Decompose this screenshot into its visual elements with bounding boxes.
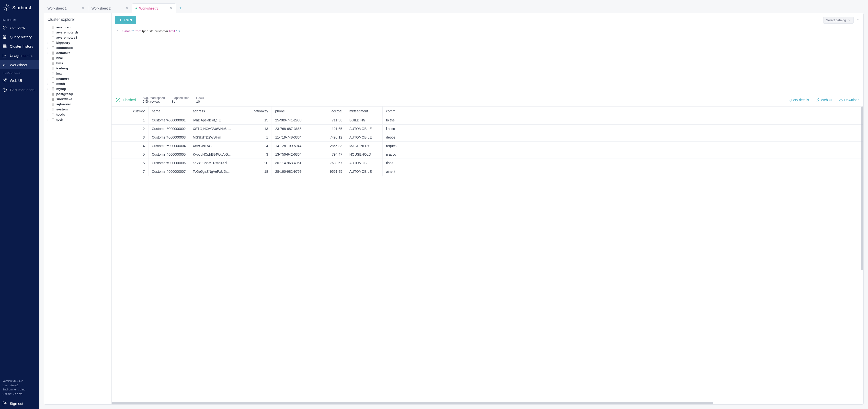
query-details-link[interactable]: Query details xyxy=(789,98,809,102)
table-row[interactable]: 7Customer#000000007TcGe5gaZNgVePxU5k…182… xyxy=(112,167,863,176)
catalog-system[interactable]: ›system xyxy=(48,107,108,112)
nav-documentation[interactable]: Documentation xyxy=(0,85,39,94)
catalog-awsremotes3[interactable]: ›awsremotes3 xyxy=(48,35,108,40)
status-state: Finished xyxy=(123,98,136,102)
catalog-awsremoterds[interactable]: ›awsremoterds xyxy=(48,30,108,35)
chevron-right-icon: › xyxy=(48,88,50,91)
sign-out-button[interactable]: Sign out xyxy=(0,398,39,409)
col-header-name[interactable]: name xyxy=(148,106,189,116)
catalog-snowflake[interactable]: ›snowflake xyxy=(48,97,108,102)
close-tab-button[interactable]: × xyxy=(126,6,128,10)
col-header-acctbal[interactable]: acctbal xyxy=(307,106,346,116)
table-row[interactable]: 4Customer#000000004XxVSJsLAGtn414-128-19… xyxy=(112,142,863,150)
tab-worksheet-2[interactable]: Worksheet 2× xyxy=(88,3,132,13)
catalog-jmx[interactable]: ›jmx xyxy=(48,71,108,76)
vertical-scrollbar[interactable] xyxy=(861,106,863,270)
col-header-nationkey[interactable]: nationkey xyxy=(235,106,272,116)
brand-logo: Starburst xyxy=(0,0,39,16)
catalog-hive[interactable]: ›hive xyxy=(48,56,108,61)
chevron-down-icon xyxy=(848,19,851,22)
col-header-custkey[interactable]: custkey xyxy=(112,106,148,116)
svg-point-10 xyxy=(3,35,6,36)
catalog-mysql[interactable]: ›mysql xyxy=(48,86,108,91)
run-button[interactable]: RUN xyxy=(115,16,136,24)
svg-point-18 xyxy=(52,41,54,42)
sql-editor[interactable]: 1 Select * from tpch.sf1.customer limit … xyxy=(112,27,863,93)
horizontal-scrollbar[interactable] xyxy=(112,402,713,404)
tabs-bar: Worksheet 1×Worksheet 2×Worksheet 3× + xyxy=(39,0,868,13)
catalog-deltalake[interactable]: ›deltalake xyxy=(48,50,108,56)
catalog-hms[interactable]: ›hms xyxy=(48,61,108,66)
nav-section-resources: RESOURCES xyxy=(0,69,39,76)
kebab-icon xyxy=(858,18,859,22)
more-menu-button[interactable] xyxy=(856,16,860,24)
svg-point-19 xyxy=(52,46,54,47)
nav-query-history[interactable]: Query history xyxy=(0,32,39,41)
nav-usage-metrics[interactable]: Usage metrics xyxy=(0,51,39,60)
stat-elapsed: Elapsed time8s xyxy=(172,96,189,103)
starburst-icon xyxy=(2,4,10,12)
download-link[interactable]: Download xyxy=(839,98,860,102)
external-link-icon xyxy=(816,98,819,102)
results-scroll[interactable]: custkeynameaddressnationkeyphoneacctbalm… xyxy=(112,106,863,404)
chevron-right-icon: › xyxy=(48,118,50,121)
table-row[interactable]: 3Customer#000000003MG9kdTD2WBHm111-719-7… xyxy=(112,133,863,142)
tab-worksheet-1[interactable]: Worksheet 1× xyxy=(44,3,88,13)
add-tab-button[interactable]: + xyxy=(176,3,185,13)
col-header-comm[interactable]: comm xyxy=(382,106,863,116)
svg-point-31 xyxy=(52,108,54,109)
svg-point-25 xyxy=(52,77,54,78)
svg-point-32 xyxy=(52,113,54,114)
svg-point-30 xyxy=(52,103,54,104)
catalog-tpch[interactable]: ›tpch xyxy=(48,117,108,122)
catalog-postgresql[interactable]: ›postgresql xyxy=(48,91,108,97)
chevron-right-icon: › xyxy=(48,98,50,101)
col-header-mktsegment[interactable]: mktsegment xyxy=(346,106,382,116)
signout-icon xyxy=(2,401,7,406)
chevron-right-icon: › xyxy=(48,103,50,106)
chevron-right-icon: › xyxy=(48,46,50,49)
nav-web-ui[interactable]: Web UI xyxy=(0,76,39,85)
sidebar-footer: Version: 360-e.2 User: demo1 Environment… xyxy=(0,377,39,398)
nav-overview[interactable]: Overview xyxy=(0,23,39,32)
web-ui-link[interactable]: Web UI xyxy=(816,98,832,102)
chevron-right-icon: › xyxy=(48,82,50,85)
nav-cluster-history[interactable]: Cluster history xyxy=(0,41,39,51)
catalog-mesh[interactable]: ›mesh xyxy=(48,81,108,86)
catalog-sqlserver[interactable]: ›sqlserver xyxy=(48,102,108,107)
svg-point-34 xyxy=(858,18,858,18)
svg-point-21 xyxy=(52,57,54,58)
table-row[interactable]: 2Customer#000000002XSTf4,NCwDVaWNe6t…132… xyxy=(112,125,863,133)
svg-line-8 xyxy=(4,9,5,10)
svg-point-22 xyxy=(52,62,54,63)
sidebar: Starburst INSIGHTS OverviewQuery history… xyxy=(0,0,39,409)
brand-name: Starburst xyxy=(12,5,31,10)
catalog-iceberg[interactable]: ›iceberg xyxy=(48,66,108,71)
table-row[interactable]: 6Customer#000000006sKZz0CsnMD7mp4Xd…2030… xyxy=(112,159,863,167)
tab-worksheet-3[interactable]: Worksheet 3× xyxy=(132,3,176,13)
svg-point-24 xyxy=(52,72,54,73)
chevron-right-icon: › xyxy=(48,62,50,65)
svg-line-6 xyxy=(8,9,9,10)
editor-toolbar: RUN Select catalog xyxy=(112,13,863,27)
chevron-right-icon: › xyxy=(48,77,50,80)
nav-worksheet[interactable]: Worksheet xyxy=(0,60,39,69)
col-header-phone[interactable]: phone xyxy=(272,106,307,116)
catalog-select[interactable]: Select catalog xyxy=(823,16,854,24)
svg-point-23 xyxy=(52,67,54,68)
close-tab-button[interactable]: × xyxy=(82,6,84,10)
col-header-address[interactable]: address xyxy=(189,106,235,116)
nav-section-insights: INSIGHTS xyxy=(0,16,39,23)
catalog-tpcds[interactable]: ›tpcds xyxy=(48,112,108,117)
catalog-awsdirect[interactable]: ›awsdirect xyxy=(48,25,108,30)
catalog-bigquery[interactable]: ›bigquery xyxy=(48,40,108,45)
chevron-right-icon: › xyxy=(48,67,50,70)
editor-pane: RUN Select catalog 1 Select xyxy=(112,13,863,404)
catalog-memory[interactable]: ›memory xyxy=(48,76,108,81)
table-row[interactable]: 5Customer#000000005KvpyuHCplrB84WgAiG…31… xyxy=(112,150,863,159)
cluster-explorer: Cluster explorer ›awsdirect›awsremoterds… xyxy=(44,13,112,404)
close-tab-button[interactable]: × xyxy=(170,6,172,10)
catalog-cosmosdb[interactable]: ›cosmosdb xyxy=(48,45,108,50)
table-row[interactable]: 1Customer#000000001IVhzIApeRb ot,c,E1525… xyxy=(112,116,863,125)
svg-rect-13 xyxy=(3,47,6,48)
